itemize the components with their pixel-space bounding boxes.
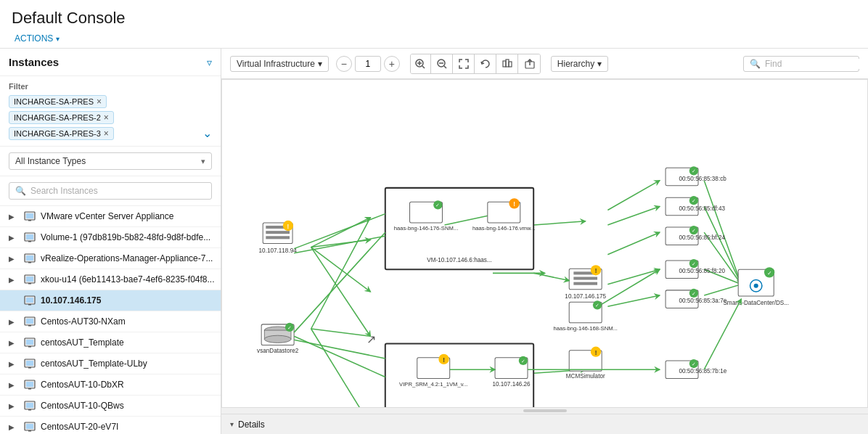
- list-item[interactable]: ▶ xkou-u14 (6eb11413-bae7-4ef6-8235-f04f…: [0, 269, 221, 290]
- hierarchy-button[interactable]: Hierarchy ▾: [551, 56, 608, 72]
- vm-icon: [23, 399, 36, 412]
- svg-text:10.107.118.94: 10.107.118.94: [259, 247, 298, 254]
- svg-rect-19: [26, 340, 33, 345]
- svg-text:✓: ✓: [692, 291, 696, 297]
- list-item[interactable]: ▶ CentosAUT-20-eV7I: [0, 417, 221, 434]
- page-input[interactable]: [355, 56, 381, 72]
- list-item[interactable]: ▶ centosAUT_Template: [0, 332, 221, 353]
- export-button[interactable]: [520, 54, 540, 73]
- filter-tag-2: INCHARGE-SA-PRES-2 ×: [9, 111, 114, 124]
- svg-rect-17: [28, 325, 31, 327]
- svg-rect-14: [28, 304, 31, 306]
- main-content: Instances ▿ Filter INCHARGE-SA-PRES × IN…: [0, 49, 868, 434]
- find-input[interactable]: [765, 59, 868, 69]
- svg-rect-20: [28, 346, 31, 348]
- instance-types-caret-icon: ▾: [201, 157, 205, 166]
- svg-text:✓: ✓: [692, 261, 696, 267]
- node-10-107-146-175[interactable]: ! 10.107.146.175: [565, 265, 606, 300]
- vm-icon: [23, 210, 36, 223]
- filter-tag-3-label: INCHARGE-SA-PRES-3: [14, 129, 101, 138]
- page-prev-button[interactable]: −: [336, 56, 352, 72]
- svg-rect-71: [266, 236, 290, 239]
- list-item[interactable]: ▶ CentosAUT-10-DbXR: [0, 374, 221, 396]
- actions-button[interactable]: ACTIONS ▾: [12, 32, 62, 45]
- list-item[interactable]: ▶ vRealize-Operations-Manager-Appliance-…: [0, 248, 221, 269]
- list-item[interactable]: ▶ CentosAUT-10-QBws: [0, 396, 221, 417]
- svg-rect-29: [28, 409, 31, 411]
- expand-icon: ▶: [9, 423, 19, 431]
- expand-icon: ▶: [9, 255, 19, 263]
- node-10-107-146-26[interactable]: ✓ 10.107.146.26: [492, 356, 531, 388]
- find-icon: 🔍: [750, 59, 761, 69]
- sidebar-header: Instances ▿: [0, 49, 221, 76]
- svg-text:✓: ✓: [692, 168, 696, 174]
- filter-tag-3: INCHARGE-SA-PRES-3 ×: [9, 127, 114, 140]
- svg-rect-2: [28, 220, 31, 221]
- filter-tag-3-close[interactable]: ×: [104, 129, 109, 138]
- zoom-out-button[interactable]: [433, 54, 453, 73]
- svg-rect-10: [26, 277, 33, 282]
- refresh-button[interactable]: [476, 54, 496, 73]
- filter-tag-1-close[interactable]: ×: [97, 97, 102, 106]
- svg-text:00:50:56:85:df:43: 00:50:56:85:df:43: [679, 205, 725, 212]
- list-item[interactable]: ▶ VMware vCenter Server Appliance: [0, 206, 221, 227]
- node-mcmsimulator[interactable]: ! MCMSimulator: [566, 347, 605, 380]
- actions-caret-icon: ▾: [56, 35, 60, 43]
- list-item-label: centosAUT_Template: [41, 337, 215, 348]
- page-controls: − +: [336, 56, 400, 72]
- svg-rect-25: [26, 382, 33, 387]
- instance-types-section: All Instance Types ▾: [0, 147, 221, 176]
- map-button[interactable]: [498, 54, 518, 73]
- list-item-label: Centos-AUT30-NXam: [41, 316, 215, 327]
- node-switch[interactable]: ! 10.107.118.94: [259, 221, 298, 254]
- node-datastore[interactable]: ✓ vsanDatastore2: [257, 323, 299, 354]
- svg-rect-94: [573, 277, 597, 279]
- filter-tag-2-close[interactable]: ×: [104, 113, 109, 122]
- svg-rect-42: [509, 62, 512, 67]
- list-item-selected[interactable]: 10.107.146.175: [0, 290, 221, 311]
- expand-icon: ▶: [9, 402, 19, 410]
- vm-icon: [23, 315, 36, 328]
- scroll-hint: [221, 408, 868, 414]
- list-item-label: 10.107.146.175: [41, 295, 215, 306]
- svg-text:00:50:56:85:7b:1e: 00:50:56:85:7b:1e: [679, 368, 726, 374]
- scroll-bar[interactable]: [523, 409, 567, 412]
- list-item[interactable]: ▶ centosAUT_Template-ULby: [0, 353, 221, 374]
- svg-rect-26: [28, 388, 31, 390]
- view-dropdown-label: Virtual Infrastructure: [237, 59, 315, 69]
- filter-section: Filter INCHARGE-SA-PRES × INCHARGE-SA-PR…: [0, 76, 221, 147]
- list-item-label: VMware vCenter Server Appliance: [41, 211, 215, 221]
- svg-text:✓: ✓: [767, 270, 772, 277]
- list-item-label: Volume-1 (97db819b-5b82-48fd-9d8f-bdfe..…: [41, 232, 215, 242]
- expand-button[interactable]: [454, 54, 475, 73]
- expand-icon: ▶: [9, 234, 19, 242]
- svg-rect-70: [266, 231, 290, 234]
- list-item-label: CentosAUT-20-eV7I: [41, 422, 215, 432]
- details-bar[interactable]: ▾ Details: [221, 414, 868, 434]
- svg-text:00:50:56:85:bf:24: 00:50:56:85:bf:24: [679, 234, 725, 241]
- list-item[interactable]: ▶ Volume-1 (97db819b-5b82-48fd-9d8f-bdfe…: [0, 227, 221, 248]
- filter-tag-2-label: INCHARGE-SA-PRES-2: [14, 113, 101, 122]
- svg-line-36: [422, 66, 425, 68]
- search-input[interactable]: [30, 186, 205, 196]
- page-next-button[interactable]: +: [384, 56, 400, 72]
- svg-text:VIPR_SRM_4.2:1_1VM_v...: VIPR_SRM_4.2:1_1VM_v...: [399, 381, 467, 388]
- instances-list: ▶ VMware vCenter Server Appliance ▶ Volu…: [0, 206, 221, 434]
- filter-label: Filter: [9, 82, 212, 91]
- svg-text:✓: ✓: [595, 303, 599, 308]
- svg-text:↗: ↗: [367, 332, 376, 345]
- svg-text:✓: ✓: [692, 361, 696, 367]
- view-dropdown[interactable]: Virtual Infrastructure ▾: [230, 56, 329, 72]
- list-item[interactable]: ▶ Centos-AUT30-NXam: [0, 311, 221, 332]
- svg-text:10.107.146.26: 10.107.146.26: [492, 381, 531, 388]
- canvas-viewport[interactable]: ! 10.107.118.94 ✓ vsanDatastore2: [221, 79, 868, 408]
- instance-types-dropdown[interactable]: All Instance Types ▾: [9, 152, 212, 170]
- filter-tag-1: INCHARGE-SA-PRES ×: [9, 95, 107, 108]
- svg-rect-32: [28, 430, 31, 432]
- filter-icon[interactable]: ▿: [207, 57, 212, 68]
- details-label: Details: [238, 419, 265, 430]
- svg-rect-23: [28, 367, 31, 369]
- filter-expand-icon[interactable]: ⌄: [202, 126, 212, 140]
- svg-text:VM-10.107.146.6:haas...: VM-10.107.146.6:haas...: [427, 257, 491, 263]
- zoom-in-button[interactable]: [411, 54, 431, 73]
